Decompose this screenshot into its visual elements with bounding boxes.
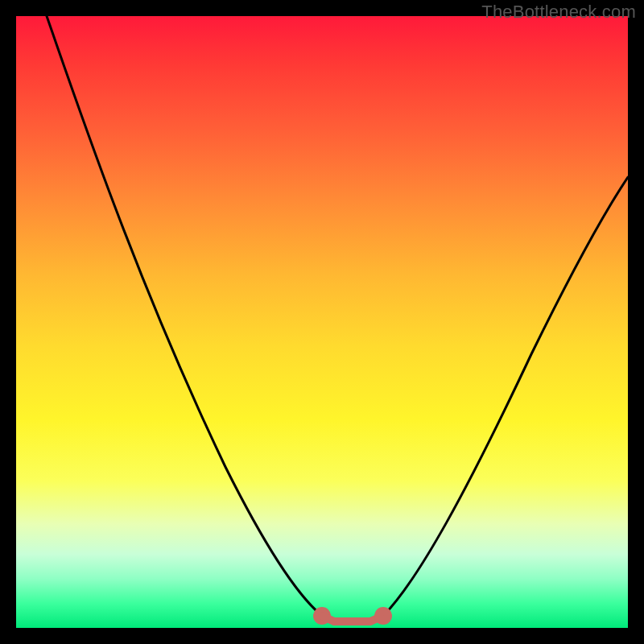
watermark-text: TheBottleneck.com [481,2,636,23]
chart-outer-frame [0,0,644,644]
marker-end-dot [378,611,388,621]
bottleneck-curve-line [47,16,628,621]
chart-overlay-svg [16,16,628,628]
marker-line [322,616,383,621]
optimal-range-marker-group [317,611,388,621]
